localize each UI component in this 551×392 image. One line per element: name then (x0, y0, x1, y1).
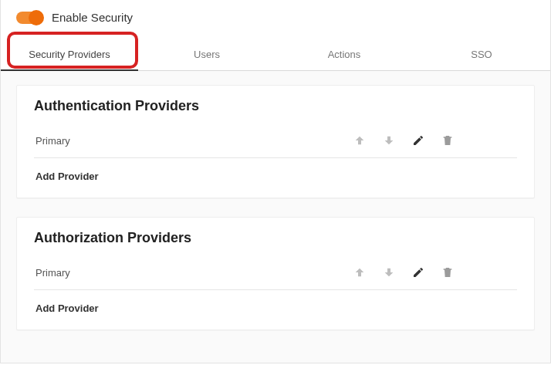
header-title: Enable Security (52, 11, 133, 24)
toggle-knob (29, 10, 44, 25)
pencil-icon[interactable] (412, 266, 424, 279)
arrow-up-icon[interactable] (353, 266, 366, 279)
enable-security-toggle[interactable] (16, 12, 42, 24)
provider-row: Primary (34, 127, 517, 158)
arrow-up-icon[interactable] (353, 134, 366, 147)
tab-security-providers[interactable]: Security Providers (1, 41, 138, 71)
arrow-down-icon[interactable] (383, 134, 395, 147)
tab-sso[interactable]: SSO (413, 41, 550, 70)
row-actions (353, 266, 516, 279)
provider-name: Primary (35, 267, 353, 279)
add-provider-button[interactable]: Add Provider (34, 290, 517, 320)
trash-icon[interactable] (441, 266, 454, 279)
content: Authentication Providers Primary (1, 71, 550, 363)
provider-row: Primary (34, 259, 517, 290)
add-provider-button[interactable]: Add Provider (34, 158, 517, 188)
authentication-providers-card: Authentication Providers Primary (16, 85, 535, 198)
row-actions (353, 134, 516, 147)
card-title: Authentication Providers (34, 98, 517, 114)
pencil-icon[interactable] (412, 134, 424, 147)
trash-icon[interactable] (441, 134, 454, 147)
tab-users[interactable]: Users (138, 41, 276, 70)
arrow-down-icon[interactable] (383, 266, 395, 279)
tab-actions[interactable]: Actions (276, 41, 413, 70)
card-title: Authorization Providers (34, 230, 517, 246)
tabs: Security Providers Users Actions SSO (1, 25, 550, 71)
security-settings-page: Enable Security Security Providers Users… (0, 0, 551, 363)
authorization-providers-card: Authorization Providers Primary (16, 217, 535, 330)
header: Enable Security (1, 0, 550, 25)
provider-name: Primary (35, 135, 353, 147)
